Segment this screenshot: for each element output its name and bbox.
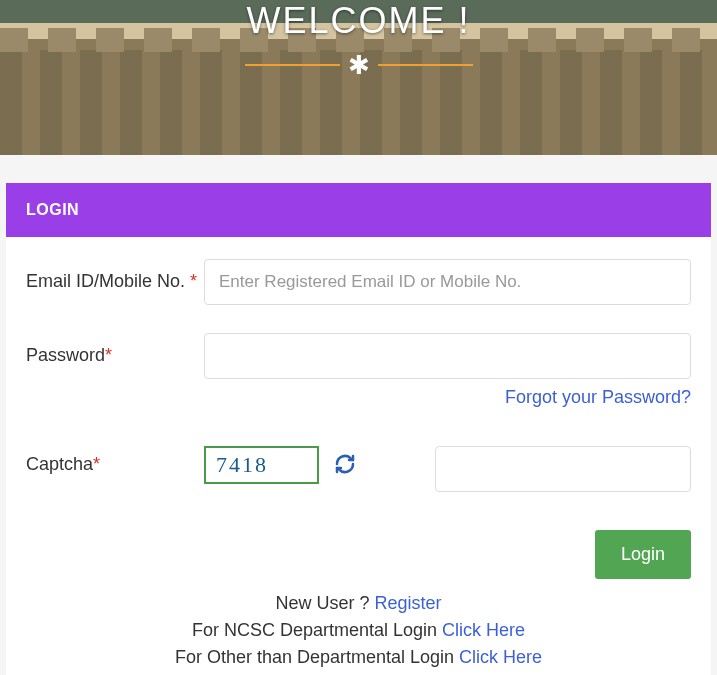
email-label: Email ID/Mobile No. * [26, 259, 204, 293]
ncsc-login-link[interactable]: Click Here [442, 620, 525, 640]
login-button[interactable]: Login [595, 530, 691, 579]
footer-links: New User ? Register For NCSC Departmenta… [26, 593, 691, 668]
other-text: For Other than Departmental Login [175, 647, 459, 667]
new-user-text: New User ? [275, 593, 374, 613]
captcha-refresh-icon[interactable] [333, 452, 357, 480]
login-header: LOGIN [6, 183, 711, 237]
ncsc-text: For NCSC Departmental Login [192, 620, 442, 640]
forgot-password-link[interactable]: Forgot your Password? [505, 387, 691, 407]
email-row: Email ID/Mobile No. * [26, 259, 691, 305]
register-link[interactable]: Register [375, 593, 442, 613]
login-card: LOGIN Email ID/Mobile No. * Password* Fo… [6, 183, 711, 675]
captcha-image: 7418 [204, 446, 319, 484]
captcha-input[interactable] [435, 446, 691, 492]
welcome-heading: WELCOME ! [0, 0, 717, 42]
star-icon: ✱ [348, 52, 370, 78]
other-login-link[interactable]: Click Here [459, 647, 542, 667]
banner: WELCOME ! ✱ [0, 0, 717, 155]
email-input[interactable] [204, 259, 691, 305]
captcha-row: Captcha* 7418 [26, 446, 691, 492]
captcha-label: Captcha* [26, 446, 204, 475]
password-label: Password* [26, 333, 204, 367]
password-input[interactable] [204, 333, 691, 379]
divider: ✱ [0, 52, 717, 78]
password-row: Password* [26, 333, 691, 379]
